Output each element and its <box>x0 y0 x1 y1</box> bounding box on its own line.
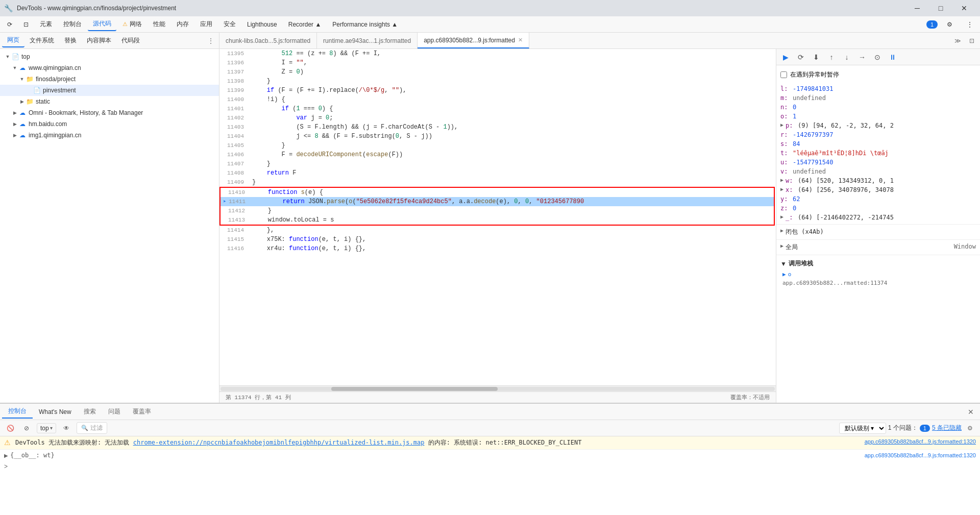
step-btn[interactable]: ↓ <box>840 50 854 64</box>
h-scrollbar[interactable] <box>219 385 776 391</box>
menu-item-memory[interactable]: 内存 <box>172 18 194 31</box>
source-tab-label-chunk-libs: chunk-libs.0acb...5.js:formatted <box>226 37 310 44</box>
tab-overrides[interactable]: 替换 <box>59 34 82 47</box>
tree-arrow-baidu[interactable]: ▶ <box>11 121 18 127</box>
tree-item-qimingpian[interactable]: ▼ ☁ www.qimingpian.cn <box>0 62 219 73</box>
minimize-button[interactable]: ─ <box>905 0 929 16</box>
expand-p[interactable]: ▶ <box>780 122 783 128</box>
menu-item-refresh[interactable]: ⟳ <box>2 19 17 30</box>
tree-item-baidu[interactable]: ▶ ☁ hm.baidu.com <box>0 118 219 130</box>
tree-arrow-top[interactable]: ▼ <box>4 54 11 59</box>
menu-item-performance[interactable]: 性能 <box>148 18 170 31</box>
tree-arrow-omni[interactable]: ▶ <box>11 110 18 115</box>
close-bottom-panel-btn[interactable]: ✕ <box>964 406 978 418</box>
notif-badge[interactable]: 1 <box>926 20 938 29</box>
menu-item-element[interactable]: 元素 <box>35 18 57 31</box>
menu-item-application[interactable]: 应用 <box>195 18 217 31</box>
tree-item-img1[interactable]: ▶ ☁ img1.qimingpian.cn <box>0 130 219 141</box>
clear-console-btn[interactable]: 🚫 <box>4 422 16 434</box>
debug-var-v: v: undefined <box>780 167 976 176</box>
code-line-11414: 11414 }, <box>219 226 776 235</box>
tree-item-static[interactable]: ▶ 📁 static <box>0 96 219 107</box>
menu-item-console[interactable]: 控制台 <box>58 18 87 31</box>
source-tab-close-app[interactable]: ✕ <box>518 37 523 43</box>
code-editor[interactable]: 11395 512 == (z += 8) && (F += I, 11396 … <box>219 49 776 403</box>
bottom-tab-coverage[interactable]: 覆盖率 <box>127 405 157 418</box>
tree-item-top[interactable]: ▼ 📄 top <box>0 51 219 62</box>
tab-content-scripts[interactable]: 内容脚本 <box>82 34 116 47</box>
maximize-button[interactable]: □ <box>929 0 952 16</box>
bottom-tab-search[interactable]: 搜索 <box>78 405 102 418</box>
menu-item-sources[interactable]: 源代码 <box>88 17 116 31</box>
tree-item-omni[interactable]: ▶ ☁ Omni - Bookmark, History, & Tab Mana… <box>0 107 219 118</box>
source-tab-runtime[interactable]: runtime.ae943ac...1.js:formatted <box>317 33 418 48</box>
step-out-btn[interactable]: ↑ <box>824 50 839 64</box>
expand-global[interactable]: ▶ <box>780 243 783 249</box>
expand-x[interactable]: ▶ <box>780 186 783 192</box>
debug-var-w[interactable]: ▶ w: (64) [520, 134349312, 0, 1 <box>780 176 976 185</box>
tab-webpage[interactable]: 网页 <box>2 34 24 47</box>
bottom-tab-issues[interactable]: 问题 <box>102 405 127 418</box>
source-tab-app[interactable]: app.c689305b882...9.js:formatted ✕ <box>418 33 529 48</box>
console-settings-btn[interactable]: ⚙ <box>964 422 976 434</box>
console-warning-link[interactable]: chrome-extension://npccnbiafoakhobejomib… <box>133 439 425 446</box>
menu-item-network[interactable]: ⚠网络 <box>117 18 147 31</box>
pause-btn[interactable]: ⏸ <box>886 50 900 64</box>
code-area: 11395 512 == (z += 8) && (F += I, 11396 … <box>219 49 980 403</box>
more-menu-btn[interactable]: ⋮ <box>962 19 978 30</box>
debug-closure[interactable]: ▶ 闭包 (x4Ab) <box>780 227 976 237</box>
bottom-tab-console[interactable]: 控制台 <box>2 405 33 419</box>
debug-var-p[interactable]: ▶ p: (9) [94, 62, -2, 32, 64, 2 <box>780 121 976 130</box>
debug-var-x[interactable]: ▶ x: (64) [256, 34078976, 34078 <box>780 185 976 194</box>
console-source-link[interactable]: app.c689305b882ba8cf...9.js:formatted:13… <box>865 438 976 445</box>
call-stack-item-app[interactable]: app.c689305b882...rmatted:11374 <box>780 279 976 287</box>
console-warning-text: DevTools 无法加载来源映射: 无法加载 chrome-extension… <box>15 438 862 447</box>
obj-source-link[interactable]: app.c689305b882ba8cf...9.js:formatted:13… <box>865 452 976 458</box>
top-selector[interactable]: top ▾ <box>37 423 56 433</box>
menu-item-lighthouse[interactable]: Lighthouse <box>242 19 282 30</box>
expand-obj-arrow[interactable]: ▶ <box>4 453 8 458</box>
more-tabs-btn[interactable]: ≫ <box>951 35 964 47</box>
step-over-btn[interactable]: ⟳ <box>794 50 808 64</box>
menu-item-performance-insights[interactable]: Performance insights ▲ <box>327 19 403 30</box>
layout-btn[interactable]: ⊡ <box>966 35 978 47</box>
tree-label-static: static <box>36 98 50 105</box>
level-select[interactable]: 默认级别 ▾ <box>839 423 886 434</box>
tab-filesystem[interactable]: 文件系统 <box>24 34 59 47</box>
resume-btn[interactable]: ▶ <box>778 50 793 64</box>
tree-arrow-static[interactable]: ▶ <box>18 99 26 104</box>
eye-btn[interactable]: 👁 <box>60 422 72 434</box>
menu-item-inspect[interactable]: ⊡ <box>18 19 34 30</box>
console-input[interactable] <box>10 463 976 470</box>
pause-exception-row: 在遇到异常时暂停 <box>776 67 980 82</box>
source-tab-chunk-libs[interactable]: chunk-libs.0acb...5.js:formatted <box>219 33 317 48</box>
pause-exception-checkbox[interactable] <box>780 71 787 78</box>
tree-arrow-qimingpian[interactable]: ▼ <box>11 65 18 70</box>
breakpoints-btn[interactable]: ⊙ <box>870 50 885 64</box>
debug-var-r: r: -1426797397 <box>780 130 976 139</box>
call-stack-item-o[interactable]: ▶ o <box>780 270 976 279</box>
left-tab-more[interactable]: ⋮ <box>205 35 217 46</box>
debug-global[interactable]: ▶ 全局 Window <box>780 242 976 253</box>
close-button[interactable]: ✕ <box>952 0 976 16</box>
expand-w[interactable]: ▶ <box>780 177 783 183</box>
menu-item-recorder[interactable]: Recorder ▲ <box>283 19 327 30</box>
tree-arrow-img1[interactable]: ▶ <box>11 133 18 138</box>
expand-closure[interactable]: ▶ <box>780 228 783 233</box>
bottom-tab-whats-new[interactable]: What's New <box>33 406 78 418</box>
call-stack-title[interactable]: ▼ 调用堆栈 <box>780 257 976 270</box>
tab-snippets[interactable]: 代码段 <box>116 34 145 47</box>
expand-underscore[interactable]: ▶ <box>780 214 783 219</box>
step-into-btn[interactable]: ⬇ <box>809 50 823 64</box>
tree-item-finosda[interactable]: ▼ 📁 finosda/project <box>0 73 219 85</box>
hidden-count-label[interactable]: 5 条已隐藏 <box>932 424 962 432</box>
deactivate-btn[interactable]: → <box>855 50 869 64</box>
settings-btn[interactable]: ⚙ <box>942 19 958 30</box>
debug-var-z: z: 0 <box>780 204 976 213</box>
stop-filter-btn[interactable]: ⊘ <box>20 422 33 434</box>
debug-var-underscore[interactable]: ▶ _: (64) [-2146402272, -214745 <box>780 213 976 222</box>
tree-item-pinvestment[interactable]: ▶ 📄 pinvestment <box>0 85 219 96</box>
tree-arrow-finosda[interactable]: ▼ <box>18 77 26 82</box>
menu-item-security[interactable]: 安全 <box>218 18 241 31</box>
h-scroll-thumb[interactable] <box>331 387 498 391</box>
